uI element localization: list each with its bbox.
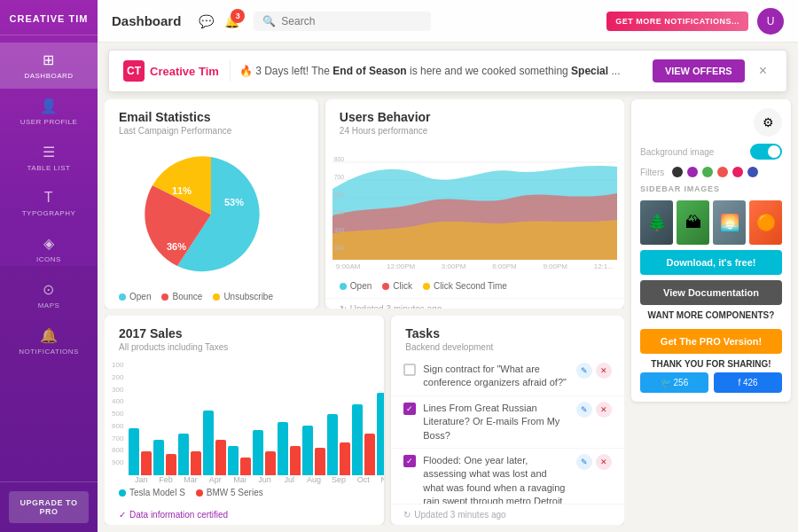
banner-logo: CT Creative Tim [123,60,231,82]
x-label: 12:1... [594,262,614,270]
sales-footer: ✓ Data information certified [105,505,384,525]
sales-y-label: 400 [112,397,123,405]
bar-tesla [302,426,313,475]
svg-text:36%: 36% [167,241,186,252]
banner-close-button[interactable]: × [754,61,772,81]
sales-x-label: Mar [178,475,203,484]
typography-icon: T [44,190,53,206]
upgrade-button[interactable]: UPGRADE TO PRO [9,491,89,523]
sidebar-images: 🌲 🏔 🌅 🟠 [640,200,782,245]
docs-button[interactable]: View Documentation [640,280,782,305]
task-checkbox[interactable] [403,455,416,467]
bar-tesla [129,428,139,475]
bar-group [327,414,350,475]
banner-logo-text: Creative Tim [150,65,219,78]
facebook-button[interactable]: f 426 [714,372,782,393]
task-item: Flooded: One year later, assessing what … [391,449,624,504]
filter-dot-green[interactable] [702,167,713,177]
bar-group [203,411,226,475]
content-area: Email Statistics Last Campaign Performan… [98,92,798,532]
right-panel: ⚙ Background image Filters SIDEBAR IMAGE… [631,99,791,525]
user-avatar[interactable]: U [757,8,784,35]
email-stats-title: Email Statistics [119,110,304,124]
download-button[interactable]: Download, it's free! [640,250,782,275]
header-cta-button[interactable]: Get more notifications... [606,12,748,31]
sidebar-img-4[interactable]: 🟠 [749,200,782,245]
sidebar-img-3[interactable]: 🌅 [713,200,746,245]
sales-x-label: Jun [253,475,278,484]
bar-tesla [278,422,288,475]
filter-row: Filters [640,167,782,177]
bar-group [129,428,152,475]
task-delete-button[interactable]: ✕ [596,402,612,418]
bar-bmw [340,442,350,475]
sidebar-item-table-list[interactable]: ☰Table List [0,135,98,181]
img-placeholder-1: 🌲 [640,200,673,245]
main-area: Dashboard 💬 🔔 3 🔍 Get more notifications… [98,0,798,532]
sidebar-img-2[interactable]: 🏔 [677,200,709,245]
sales-card: 2017 Sales All products including Taxes … [105,316,384,525]
bar-group [278,422,301,475]
banner-view-offers-button[interactable]: VIEW OFFERS [653,59,745,82]
filter-dot-dark[interactable] [672,167,683,177]
sales-footer-text: Data information certified [129,510,228,520]
pro-button[interactable]: Get The PRO Version! [640,329,782,354]
twitter-button[interactable]: 🐦 256 [640,372,708,393]
filters-label: Filters [640,168,664,177]
svg-text:400: 400 [334,225,344,234]
sales-x-label: Sep [326,475,351,484]
sidebar-item-user-profile[interactable]: 👤User Profile [0,89,98,135]
sales-legend-item: BMW 5 Series [196,488,263,497]
filter-dot-purple[interactable] [687,167,698,177]
bar-group [253,430,276,475]
bar-bmw [265,451,276,475]
thank-you-text: THANK YOU FOR SHARING! [640,359,782,369]
sales-bars [125,357,384,475]
sales-chart-area: JanFebMarAprMaiJunJulAugSepOctNovDec [125,357,384,484]
notification-icon[interactable]: 🔔 3 [224,14,239,28]
gear-icon[interactable]: ⚙ [754,108,782,137]
filter-dot-pink[interactable] [732,167,743,177]
email-stats-chart-area: 53% 36% 11% [105,141,318,288]
bar-group [302,426,325,475]
bar-group [153,440,176,475]
x-label: 3:00PM [442,262,466,270]
sales-title: 2017 Sales [119,326,370,340]
sidebar-item-dashboard[interactable]: ⊞Dashboard [0,43,98,89]
sales-y-label: 700 [112,434,123,442]
email-legend-bounce: Bounce [161,292,202,301]
task-edit-button[interactable]: ✎ [576,363,592,379]
task-checkbox[interactable] [403,403,416,415]
behavior-x-labels: 9:00AM 12:00PM 3:00PM 6:00PM 9:00PM 12:1… [332,262,617,270]
filter-dot-red[interactable] [717,167,728,177]
search-input[interactable] [281,15,422,27]
sidebar-item-typography[interactable]: TTypography [0,181,98,226]
maps-icon: ⊙ [43,281,55,298]
sidebar-item-icons[interactable]: ◈Icons [0,226,98,272]
bg-toggle[interactable] [750,144,782,160]
task-edit-button[interactable]: ✎ [576,454,592,470]
sales-y-label: 300 [112,386,123,394]
task-delete-button[interactable]: ✕ [596,363,612,379]
sidebar-item-maps[interactable]: ⊙Maps [0,272,98,318]
users-behavior-card: Users Behavior 24 Hours performance [325,99,624,309]
task-delete-button[interactable]: ✕ [596,454,612,470]
sidebar-img-1[interactable]: 🌲 [640,200,673,245]
panels-main: Email Statistics Last Campaign Performan… [105,99,624,525]
sidebar-nav: ⊞Dashboard👤User Profile☰Table ListTTypog… [0,35,98,481]
notification-badge: 3 [231,9,245,23]
sidebar-item-notifications[interactable]: 🔔Notifications [0,318,98,364]
filter-dot-blue[interactable] [747,167,758,177]
bar-group [377,393,384,475]
svg-text:11%: 11% [172,185,192,196]
check-icon: ✓ [119,510,126,520]
tasks-list: Sign contract for "What are conference o… [391,357,624,504]
task-edit-button[interactable]: ✎ [576,402,592,418]
chat-icon[interactable]: 💬 [199,14,214,28]
img-placeholder-3: 🌅 [713,200,746,245]
x-label: 12:00PM [387,262,415,270]
sales-y-axis: 900800700600500400300200100 [105,357,125,484]
task-checkbox[interactable] [403,364,416,376]
sales-x-label: Feb [153,475,178,484]
behavior-subtitle: 24 Hours performance [340,126,610,136]
